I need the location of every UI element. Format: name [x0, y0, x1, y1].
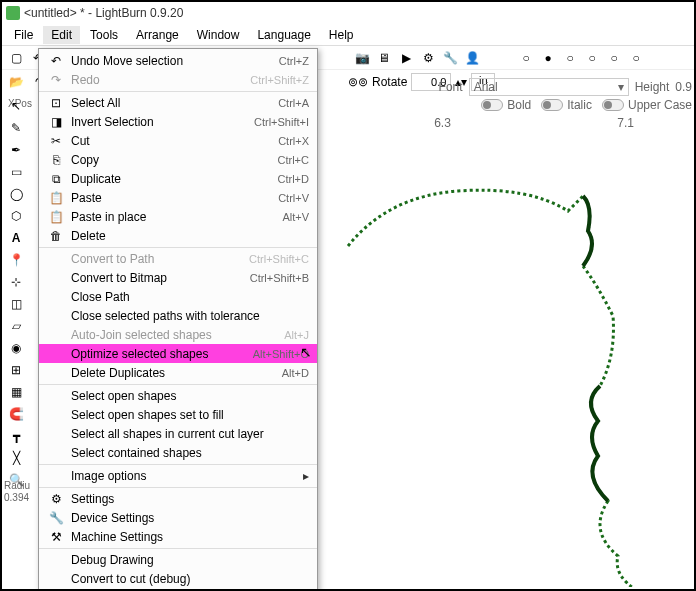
font-selector-group: Font Arial ▾ Height 0.9 — [439, 78, 692, 96]
redo-icon: ↷ — [47, 72, 65, 88]
circle4-icon[interactable]: ○ — [582, 48, 602, 68]
menu-item-label: Machine Settings — [71, 530, 309, 544]
circle-tool-icon[interactable]: ◉ — [4, 338, 28, 358]
window-title: <untitled> * - LightBurn 0.9.20 — [24, 6, 183, 20]
machine-icon: ⚒ — [47, 529, 65, 545]
menu-item-select-open-shapes[interactable]: Select open shapes — [39, 384, 317, 405]
menu-item-shortcut: Ctrl+Shift+Z — [250, 74, 309, 86]
circle2-icon[interactable]: ● — [538, 48, 558, 68]
menu-item-shortcut: Ctrl+Shift+I — [254, 116, 309, 128]
play-icon[interactable]: ▶ — [396, 48, 416, 68]
menubar: FileEditToolsArrangeWindowLanguageHelp — [2, 24, 694, 46]
menu-item-paste-in-place[interactable]: 📋Paste in placeAlt+V — [39, 207, 317, 226]
height-label: Height — [635, 80, 670, 94]
new-icon[interactable]: ▢ — [6, 48, 26, 68]
menu-item-label: Close Path — [71, 290, 309, 304]
offset-tool-icon[interactable]: ◫ — [4, 294, 28, 314]
menu-item-close-selected-paths-with-tolerance[interactable]: Close selected paths with tolerance — [39, 306, 317, 325]
circle3-icon[interactable]: ○ — [560, 48, 580, 68]
menu-item-duplicate[interactable]: ⧉DuplicateCtrl+D — [39, 169, 317, 188]
text-tool-icon[interactable]: A — [4, 228, 28, 248]
polygon-tool-icon[interactable]: ⬡ — [4, 206, 28, 226]
italic-toggle[interactable]: Italic — [541, 98, 592, 112]
menu-item-machine-settings[interactable]: ⚒Machine Settings — [39, 527, 317, 546]
user-icon[interactable]: 👤 — [462, 48, 482, 68]
menu-item-undo-move-selection[interactable]: ↶Undo Move selectionCtrl+Z — [39, 51, 317, 70]
menu-item-optimize-selected-shapes[interactable]: Optimize selected shapesAlt+Shift+O — [39, 344, 317, 363]
circle5-icon[interactable]: ○ — [604, 48, 624, 68]
camera-icon[interactable]: 📷 — [352, 48, 372, 68]
bold-toggle[interactable]: Bold — [481, 98, 531, 112]
menu-item-delete-duplicates[interactable]: Delete DuplicatesAlt+D — [39, 363, 317, 382]
magnet-tool-icon[interactable]: 🧲 — [4, 404, 28, 424]
font-label: Font — [439, 80, 463, 94]
menu-item-select-open-shapes-set-to-fill[interactable]: Select open shapes set to fill — [39, 405, 317, 424]
menu-item-image-options[interactable]: Image options▸ — [39, 464, 317, 485]
wrench-icon[interactable]: 🔧 — [440, 48, 460, 68]
menu-tools[interactable]: Tools — [82, 26, 126, 44]
submenu-arrow-icon: ▸ — [303, 469, 309, 483]
menu-item-paste[interactable]: 📋PasteCtrl+V — [39, 188, 317, 207]
circle1-icon[interactable]: ○ — [516, 48, 536, 68]
menu-item-label: Settings — [71, 492, 309, 506]
menu-item-invert-selection[interactable]: ◨Invert SelectionCtrl+Shift+I — [39, 112, 317, 131]
copy-icon: ⎘ — [47, 152, 65, 168]
circle6-icon[interactable]: ○ — [626, 48, 646, 68]
menu-item-select-all[interactable]: ⊡Select AllCtrl+A — [39, 91, 317, 112]
menu-arrange[interactable]: Arrange — [128, 26, 187, 44]
grid-tool-icon[interactable]: ⊞ — [4, 360, 28, 380]
height-value: 0.9 — [675, 80, 692, 94]
menu-item-shortcut: Ctrl+Shift+B — [250, 272, 309, 284]
menu-item-label: Convert to Path — [71, 252, 249, 266]
upper-toggle[interactable]: Upper Case — [602, 98, 692, 112]
ruler-tick: 7.1 — [617, 116, 634, 136]
menu-item-close-path[interactable]: Close Path — [39, 287, 317, 306]
menu-help[interactable]: Help — [321, 26, 362, 44]
font-dropdown[interactable]: Arial ▾ — [469, 78, 629, 96]
menu-language[interactable]: Language — [249, 26, 318, 44]
menu-item-label: Close selected paths with tolerance — [71, 309, 309, 323]
blank-icon — [47, 327, 65, 343]
rect-tool-icon[interactable]: ▭ — [4, 162, 28, 182]
select-all-icon: ⊡ — [47, 95, 65, 111]
menu-item-select-contained-shapes[interactable]: Select contained shapes — [39, 443, 317, 462]
x-tool-icon[interactable]: ╳ — [4, 448, 28, 468]
menu-item-label: Device Settings — [71, 511, 309, 525]
menu-item-settings[interactable]: ⚙Settings — [39, 487, 317, 508]
menu-item-convert-to-cut-debug-[interactable]: Convert to cut (debug) — [39, 569, 317, 588]
menu-file[interactable]: File — [6, 26, 41, 44]
menu-item-convert-to-bitmap[interactable]: Convert to BitmapCtrl+Shift+B — [39, 268, 317, 287]
ellipse-tool-icon[interactable]: ◯ — [4, 184, 28, 204]
menu-item-delete[interactable]: 🗑Delete — [39, 226, 317, 245]
menu-item-select-all-shapes-in-current-cut-layer[interactable]: Select all shapes in current cut layer — [39, 424, 317, 443]
menu-item-shortcut: Ctrl+D — [278, 173, 309, 185]
menu-item-cut[interactable]: ✂CutCtrl+X — [39, 131, 317, 150]
mouse-cursor: ↖ — [300, 344, 312, 360]
node-tool-icon[interactable]: ⊹ — [4, 272, 28, 292]
menu-item-label: Image options — [71, 469, 309, 483]
open-icon[interactable]: 📂 — [6, 72, 26, 92]
gear-icon[interactable]: ⚙ — [418, 48, 438, 68]
gear-icon: ⚙ — [47, 491, 65, 507]
font-style-toggles: Bold Italic Upper Case — [481, 98, 692, 112]
pen-tool-icon[interactable]: ✒ — [4, 140, 28, 160]
menu-item-label: Duplicate — [71, 172, 278, 186]
menu-item-device-settings[interactable]: 🔧Device Settings — [39, 508, 317, 527]
t-tool-icon[interactable]: ┳ — [4, 426, 28, 446]
marker-tool-icon[interactable]: 📍 — [4, 250, 28, 270]
cursor-tool-icon[interactable]: ↖ — [4, 96, 28, 116]
blank-icon — [47, 346, 65, 362]
font-value: Arial — [474, 80, 498, 94]
grid2-tool-icon[interactable]: ▦ — [4, 382, 28, 402]
menu-item-debug-drawing[interactable]: Debug Drawing — [39, 548, 317, 569]
menu-edit[interactable]: Edit — [43, 26, 80, 44]
menu-item-convert-to-path: Convert to PathCtrl+Shift+C — [39, 247, 317, 268]
delete-icon: 🗑 — [47, 228, 65, 244]
pencil-tool-icon[interactable]: ✎ — [4, 118, 28, 138]
menu-item-label: Cut — [71, 134, 278, 148]
menu-window[interactable]: Window — [189, 26, 248, 44]
menu-item-copy[interactable]: ⎘CopyCtrl+C — [39, 150, 317, 169]
monitor-icon[interactable]: 🖥 — [374, 48, 394, 68]
rotate-label: Rotate — [372, 75, 407, 89]
shape-tool-icon[interactable]: ▱ — [4, 316, 28, 336]
